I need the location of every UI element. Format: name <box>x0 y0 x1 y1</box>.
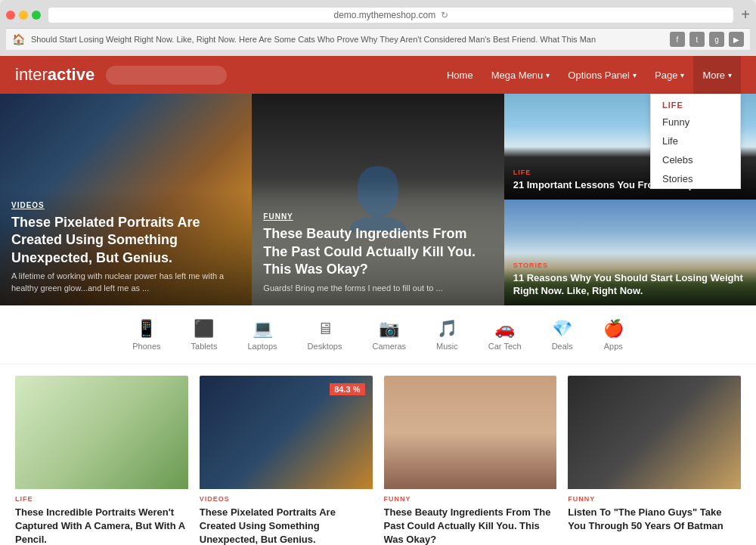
cat-phones-label: Phones <box>132 342 160 351</box>
more-dropdown-menu: LIFE Funny Life Celebs Stories <box>650 94 741 189</box>
google-browser-icon[interactable]: g <box>709 32 724 47</box>
nav-mega-menu-label: Mega Menu <box>491 70 544 81</box>
nav-home[interactable]: Home <box>438 56 482 94</box>
article-card-4-title: Listen To "The Piano Guys" Take You Thro… <box>568 506 741 533</box>
music-icon: 🎵 <box>437 319 457 339</box>
article-card-2-title: These Pixelated Portraits Are Created Us… <box>200 506 373 545</box>
article-card-3-body: FUNNY These Beauty Ingredients From The … <box>384 489 557 545</box>
article-card-2-category: VIDEOS <box>200 495 373 503</box>
search-input[interactable] <box>106 66 227 85</box>
browser-chrome: demo.mythemeshop.com ↻ + 🏠 Should Start … <box>0 0 756 56</box>
cat-car-tech[interactable]: 🚗 Car Tech <box>473 315 537 355</box>
site-header: interactive Home Mega Menu ▾ Options Pan… <box>0 56 756 94</box>
article-card-2-body: VIDEOS These Pixelated Portraits Are Cre… <box>200 489 373 545</box>
camera-icon: 📷 <box>379 319 399 339</box>
apple-icon: 🍎 <box>603 319 624 339</box>
cat-tablets[interactable]: ⬛ Tablets <box>176 315 233 355</box>
hero-card-2-overlay: FUNNY These Beauty Ingredients From The … <box>252 201 503 305</box>
article-card-3-title: These Beauty Ingredients From The Past C… <box>384 506 557 545</box>
article-grid: LIFE These Incredible Portraits Weren't … <box>15 376 741 545</box>
nav-more[interactable]: More ▾ LIFE Funny Life Celebs Stories <box>693 56 741 94</box>
hero-card-4-category: STORIES <box>513 262 747 269</box>
cat-deals[interactable]: 💎 Deals <box>537 315 588 355</box>
car-icon: 🚗 <box>494 319 515 339</box>
hero-card-1[interactable]: VIDEOS These Pixelated Portraits Are Cre… <box>0 94 252 305</box>
chevron-down-icon: ▾ <box>680 71 684 79</box>
article-image-3 <box>384 376 557 489</box>
cat-laptops-label: Laptops <box>247 342 277 351</box>
hero-card-2-title: These Beauty Ingredients From The Past C… <box>263 225 492 278</box>
hero-card-1-excerpt: A lifetime of working with nuclear power… <box>11 271 240 294</box>
refresh-icon[interactable]: ↻ <box>441 10 448 20</box>
maximize-button[interactable] <box>32 11 41 20</box>
logo-light: inter <box>15 65 48 84</box>
address-bar[interactable]: demo.mythemeshop.com ↻ <box>48 8 733 23</box>
article-card-1-title: These Incredible Portraits Weren't Captu… <box>15 506 188 545</box>
article-card-4-body: FUNNY Listen To "The Piano Guys" Take Yo… <box>568 489 741 539</box>
nav-page-label: Page <box>655 70 677 81</box>
logo-bold: active <box>48 65 94 84</box>
cat-tablets-label: Tablets <box>191 342 218 351</box>
article-card-3[interactable]: FUNNY These Beauty Ingredients From The … <box>384 376 557 545</box>
close-button[interactable] <box>6 11 15 20</box>
nav-page[interactable]: Page ▾ <box>646 56 693 94</box>
hero-card-4[interactable]: STORIES 11 Reasons Why You Should Start … <box>504 200 756 305</box>
laptop-icon: 💻 <box>253 319 273 339</box>
cat-desktops[interactable]: 🖥 Desktops <box>293 315 358 355</box>
browser-nav-bar: 🏠 Should Start Losing Weight Right Now. … <box>6 28 750 50</box>
article-card-3-category: FUNNY <box>384 495 557 503</box>
article-card-1-body: LIFE These Incredible Portraits Weren't … <box>15 489 188 545</box>
tablet-icon: ⬛ <box>194 319 214 339</box>
chevron-down-icon: ▾ <box>728 71 732 79</box>
hero-card-1-title: These Pixelated Portraits Are Created Us… <box>11 214 240 267</box>
cat-cameras-label: Cameras <box>372 342 406 351</box>
site-logo[interactable]: interactive <box>15 65 94 85</box>
dropdown-item-celebs[interactable]: Celebs <box>651 150 740 169</box>
cat-deals-label: Deals <box>552 342 573 351</box>
article-card-1-category: LIFE <box>15 495 188 503</box>
article-card-2-badge: 84.3 % <box>330 383 364 395</box>
hero-card-2-excerpt: Guards! Bring me the forms I need to fil… <box>263 283 492 294</box>
nav-options-panel[interactable]: Options Panel ▾ <box>559 56 646 94</box>
hero-card-1-category: VIDEOS <box>11 201 240 209</box>
cat-phones[interactable]: 📱 Phones <box>117 315 175 355</box>
hero-card-2[interactable]: 👤 FUNNY These Beauty Ingredients From Th… <box>252 94 503 305</box>
traffic-lights <box>6 11 41 20</box>
phone-icon: 📱 <box>136 319 156 339</box>
desktop-icon: 🖥 <box>317 319 333 339</box>
article-card-4[interactable]: FUNNY Listen To "The Piano Guys" Take Yo… <box>568 376 741 545</box>
cat-laptops[interactable]: 💻 Laptops <box>232 315 292 355</box>
dropdown-section-life: LIFE <box>651 94 740 113</box>
dropdown-item-funny[interactable]: Funny <box>651 113 740 132</box>
browser-social-icons: f t g ▶ <box>670 32 744 47</box>
hero-card-4-overlay: STORIES 11 Reasons Why You Should Start … <box>504 254 756 305</box>
dropdown-item-stories[interactable]: Stories <box>651 169 740 188</box>
twitter-browser-icon[interactable]: t <box>689 32 705 47</box>
home-icon[interactable]: 🏠 <box>12 33 25 45</box>
hero-grid: VIDEOS These Pixelated Portraits Are Cre… <box>0 94 756 305</box>
nav-home-label: Home <box>447 70 473 81</box>
cat-desktops-label: Desktops <box>308 342 342 351</box>
youtube-browser-icon[interactable]: ▶ <box>729 32 744 47</box>
cat-cameras[interactable]: 📷 Cameras <box>357 315 421 355</box>
diamond-icon: 💎 <box>552 319 572 339</box>
chevron-down-icon: ▾ <box>546 71 550 79</box>
cat-apps[interactable]: 🍎 Apps <box>588 315 639 355</box>
article-card-2[interactable]: 84.3 % VIDEOS These Pixelated Portraits … <box>200 376 373 545</box>
site-wrapper: interactive Home Mega Menu ▾ Options Pan… <box>0 56 756 545</box>
dropdown-item-life[interactable]: Life <box>651 132 740 150</box>
cat-car-tech-label: Car Tech <box>488 342 522 351</box>
article-card-1[interactable]: LIFE These Incredible Portraits Weren't … <box>15 376 188 545</box>
cat-music-label: Music <box>436 342 458 351</box>
new-tab-button[interactable]: + <box>741 6 750 23</box>
category-bar: 📱 Phones ⬛ Tablets 💻 Laptops 🖥 Desktops … <box>0 305 756 364</box>
nav-more-label: More <box>702 70 725 81</box>
minimize-button[interactable] <box>19 11 28 20</box>
cat-music[interactable]: 🎵 Music <box>421 315 473 355</box>
article-image-1 <box>15 376 188 489</box>
hero-card-2-category: FUNNY <box>263 212 492 221</box>
facebook-browser-icon[interactable]: f <box>670 32 685 47</box>
nav-mega-menu[interactable]: Mega Menu ▾ <box>482 56 559 94</box>
address-text: demo.mythemeshop.com <box>333 10 435 20</box>
main-nav: Home Mega Menu ▾ Options Panel ▾ Page ▾ … <box>438 56 741 94</box>
